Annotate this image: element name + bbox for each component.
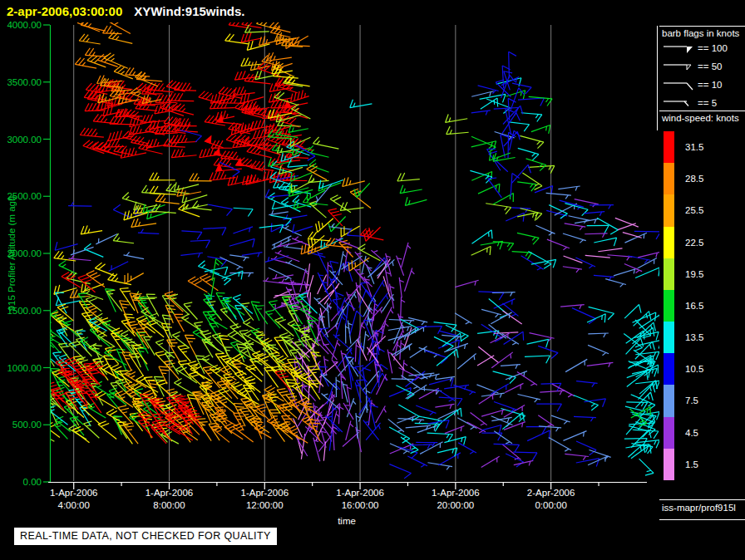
wind-barb bbox=[472, 230, 493, 243]
wind-barb bbox=[437, 389, 455, 401]
wind-barb bbox=[322, 280, 332, 302]
colorbar-value-label: 13.5 bbox=[685, 332, 703, 342]
wind-barb bbox=[215, 111, 234, 120]
colorbar-segment: 13.5 bbox=[664, 322, 745, 353]
colorbar-swatch bbox=[664, 322, 674, 353]
wind-barb bbox=[203, 228, 226, 235]
wind-barb bbox=[180, 253, 203, 257]
colorbar-swatch bbox=[664, 449, 674, 480]
wind-barb bbox=[77, 17, 100, 32]
wind-barb bbox=[210, 323, 222, 342]
wind-barb bbox=[308, 232, 330, 241]
wind-barb bbox=[563, 431, 586, 441]
wind-barb bbox=[491, 384, 509, 394]
wind-barb bbox=[594, 238, 616, 246]
wind-barb bbox=[517, 213, 537, 221]
colorbar-swatch bbox=[664, 385, 674, 416]
wind-barb bbox=[494, 299, 516, 309]
wind-barb bbox=[317, 251, 328, 274]
wind-barb bbox=[494, 401, 517, 411]
wind-barb bbox=[588, 333, 609, 337]
wind-barb bbox=[313, 137, 339, 149]
wind-barbs bbox=[35, 17, 661, 479]
colorbar-value-label: 16.5 bbox=[685, 301, 703, 311]
wind-barb bbox=[590, 449, 611, 459]
wind-barb bbox=[370, 405, 378, 430]
colorbar-value-label: 10.5 bbox=[685, 364, 703, 374]
wind-barb bbox=[407, 456, 427, 467]
colorbar-value-label: 7.5 bbox=[685, 395, 698, 405]
wind-barb bbox=[397, 256, 404, 276]
wind-barb bbox=[314, 297, 329, 312]
wind-barb bbox=[366, 423, 380, 440]
wind-barb bbox=[136, 332, 148, 353]
colorbar-value-label: 1.5 bbox=[685, 459, 698, 469]
wind-barb bbox=[389, 464, 411, 479]
wind-barb bbox=[528, 252, 551, 269]
wind-barb bbox=[494, 332, 519, 333]
wind-barb bbox=[197, 419, 211, 441]
wind-barb bbox=[589, 307, 614, 319]
colorbar-swatch bbox=[664, 227, 674, 258]
wind-barb bbox=[354, 183, 370, 197]
wind-barb bbox=[361, 282, 376, 304]
x-tick-date: 2-Apr-2006 bbox=[527, 488, 575, 498]
wind-barb bbox=[576, 441, 596, 455]
wind-barb bbox=[575, 258, 595, 268]
wind-barb bbox=[397, 173, 420, 181]
wind-barb bbox=[506, 213, 524, 221]
wind-barb bbox=[214, 149, 233, 158]
wind-barb bbox=[269, 210, 288, 215]
wind-barb bbox=[83, 421, 99, 438]
wind-barb bbox=[605, 279, 626, 287]
wind-barb bbox=[171, 149, 196, 157]
x-tick-time: 0:00:00 bbox=[535, 500, 566, 510]
colorbar-value-label: 22.5 bbox=[685, 238, 703, 248]
wind-barb bbox=[425, 351, 447, 364]
wind-barb bbox=[390, 283, 395, 308]
wind-barb bbox=[551, 415, 570, 424]
wind-barb-plot: 0.00500.001000.001500.002000.002500.0030… bbox=[0, 0, 745, 560]
wind-barb bbox=[358, 322, 365, 342]
wind-barb bbox=[409, 445, 432, 449]
wind-barb bbox=[229, 18, 249, 28]
wind-barb bbox=[387, 350, 392, 374]
wind-barb bbox=[347, 336, 360, 351]
wind-barb bbox=[292, 237, 309, 246]
wind-barb bbox=[504, 405, 525, 417]
wind-barb bbox=[332, 340, 340, 360]
wind-barb bbox=[558, 186, 580, 191]
wind-barb bbox=[207, 257, 227, 267]
wind-barb bbox=[98, 421, 116, 440]
colorbar-swatch bbox=[664, 194, 674, 226]
wind-barb bbox=[471, 247, 491, 256]
wind-barb bbox=[502, 303, 518, 316]
colorbar-swatch bbox=[664, 417, 674, 449]
wind-barb bbox=[518, 394, 540, 402]
wind-barb bbox=[478, 184, 500, 194]
legend-top-divider bbox=[659, 26, 745, 27]
wind-barb bbox=[511, 174, 520, 197]
wind-barb bbox=[269, 93, 292, 103]
wind-barb bbox=[445, 426, 464, 434]
wind-barb bbox=[538, 415, 554, 426]
wind-barb bbox=[457, 354, 476, 369]
wind-barb bbox=[68, 202, 91, 206]
colorbar-value-label: 25.5 bbox=[685, 205, 703, 215]
wind-barb bbox=[72, 426, 89, 442]
barb-legend-entry: == 50 bbox=[661, 57, 744, 76]
wind-barb bbox=[585, 255, 610, 258]
wind-barb bbox=[328, 217, 346, 232]
wind-barb bbox=[184, 302, 198, 320]
wind-barb bbox=[307, 165, 327, 180]
wind-barb bbox=[138, 229, 159, 234]
barb-legend-entry: == 100 bbox=[661, 39, 744, 57]
wind-barb bbox=[377, 374, 387, 395]
wind-barb bbox=[587, 362, 614, 367]
wind-barb bbox=[639, 459, 654, 475]
wind-barb bbox=[572, 308, 596, 324]
wind-barb bbox=[618, 224, 636, 230]
wind-barb bbox=[251, 328, 268, 346]
wind-barb bbox=[438, 453, 461, 465]
x-tick-date: 1-Apr-2006 bbox=[50, 488, 98, 498]
